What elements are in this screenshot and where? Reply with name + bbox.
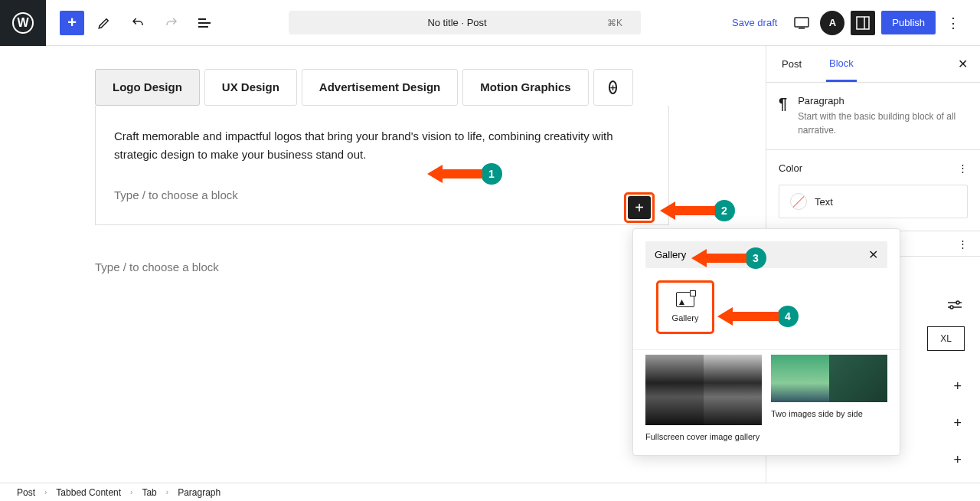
more-options-icon[interactable]: ⋮ — [942, 15, 965, 31]
svg-rect-3 — [795, 18, 808, 27]
tabbed-content-tabs: Logo Design UX Design Advertisement Desi… — [95, 69, 766, 106]
block-name: Paragraph — [798, 95, 968, 106]
size-xl-button[interactable]: XL — [927, 326, 965, 351]
annotation-4: 4 — [777, 306, 799, 327]
pattern-preview-1 — [645, 355, 762, 425]
close-sidebar-icon[interactable]: ✕ — [958, 57, 968, 71]
gallery-block-tile[interactable]: Gallery — [656, 280, 714, 334]
typography-options-icon[interactable]: ⋮ — [958, 238, 968, 250]
annotation-1: 1 — [481, 163, 502, 185]
wordpress-icon: W — [12, 12, 34, 34]
pattern-caption-2: Two images side by side — [771, 408, 887, 420]
settings-sidebar-icon[interactable] — [851, 11, 875, 35]
tab-advertisement-design[interactable]: Advertisement Design — [302, 69, 458, 106]
plus-circle-icon: + — [609, 80, 618, 94]
preview-desktop-icon[interactable] — [789, 11, 814, 35]
tab-panel: Craft memorable and impactful logos that… — [95, 106, 669, 225]
gallery-icon — [676, 292, 694, 307]
inline-add-block-button[interactable]: + — [628, 196, 651, 219]
tab-logo-design[interactable]: Logo Design — [95, 69, 200, 106]
text-color-label: Text — [815, 196, 833, 208]
undo-icon[interactable] — [124, 9, 152, 37]
publish-button[interactable]: Publish — [881, 11, 936, 34]
add-panel-icon-1[interactable]: + — [953, 378, 962, 395]
pattern-fullscreen-gallery[interactable]: Fullscreen cover image gallery — [645, 355, 762, 443]
command-shortcut: ⌘K — [607, 18, 622, 28]
block-inserter-popup: ✕ Gallery Fullscreen cover image gallery… — [632, 228, 900, 456]
edit-tool-icon[interactable] — [90, 9, 118, 37]
tab-ux-design[interactable]: UX Design — [204, 69, 297, 106]
inline-inserter-highlight: + — [624, 192, 655, 223]
add-panel-icon-3[interactable]: + — [953, 452, 962, 468]
gallery-block-label: Gallery — [672, 313, 699, 323]
svg-point-8 — [956, 301, 959, 304]
block-description: Start with the basic building block of a… — [798, 110, 968, 137]
clear-search-icon[interactable]: ✕ — [868, 247, 878, 262]
wordpress-logo[interactable]: W — [0, 0, 46, 46]
document-title: No title · Post — [307, 17, 607, 28]
paragraph-block-icon: ¶ — [779, 95, 787, 137]
color-swatch-icon — [790, 193, 807, 210]
save-draft-button[interactable]: Save draft — [726, 11, 783, 34]
sidebar-tab-post[interactable]: Post — [779, 47, 805, 80]
color-options-icon[interactable]: ⋮ — [958, 162, 968, 174]
add-block-button[interactable]: + — [60, 11, 84, 35]
paragraph-block[interactable]: Craft memorable and impactful logos that… — [114, 127, 650, 164]
astra-icon[interactable]: A — [820, 11, 844, 35]
annotation-2: 2 — [714, 200, 735, 221]
pattern-preview-2 — [771, 355, 887, 402]
block-placeholder[interactable]: Type / to choose a block — [114, 188, 238, 201]
document-overview-icon[interactable] — [191, 9, 219, 37]
add-panel-icon-2[interactable]: + — [953, 415, 962, 431]
color-section-label: Color — [779, 162, 802, 174]
breadcrumb-post[interactable]: Post — [17, 487, 35, 498]
breadcrumb-paragraph[interactable]: Paragraph — [178, 487, 220, 498]
add-tab-button[interactable]: + — [593, 69, 633, 106]
redo-icon[interactable] — [158, 9, 185, 37]
top-toolbar: W + No title · Post ⌘K Save draft A Publ… — [0, 0, 980, 46]
pattern-two-images[interactable]: Two images side by side — [771, 355, 887, 443]
pattern-caption-1: Fullscreen cover image gallery — [645, 431, 762, 443]
document-title-bar[interactable]: No title · Post ⌘K — [289, 11, 641, 34]
annotation-3: 3 — [745, 247, 766, 269]
text-color-button[interactable]: Text — [779, 185, 968, 218]
breadcrumb-tab[interactable]: Tab — [142, 487, 156, 498]
breadcrumb-tabbed[interactable]: Tabbed Content — [56, 487, 121, 498]
custom-size-icon[interactable] — [948, 300, 962, 309]
svg-rect-5 — [857, 17, 869, 29]
sidebar-tab-block[interactable]: Block — [826, 47, 857, 82]
breadcrumb-bar: Post› Tabbed Content› Tab› Paragraph — [0, 483, 980, 501]
tab-motion-graphics[interactable]: Motion Graphics — [462, 69, 588, 106]
svg-point-10 — [950, 306, 953, 309]
